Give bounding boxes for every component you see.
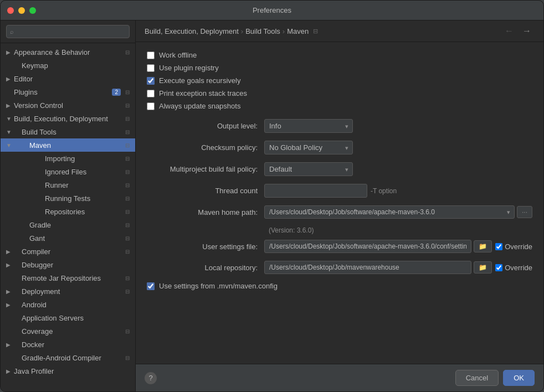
maximize-button[interactable] (29, 7, 36, 14)
sidebar-item-build-exec[interactable]: ▼ Build, Execution, Deployment ⊟ (1, 112, 135, 125)
close-button[interactable] (7, 7, 14, 14)
sidebar-item-label: Debugger (22, 261, 130, 269)
print-exception-label: Print exception stack traces (159, 89, 247, 97)
sidebar-item-appearance[interactable]: ▶ Appearance & Behavior ⊟ (1, 45, 135, 59)
sidebar-item-label: Editor (14, 75, 130, 83)
user-settings-input[interactable] (264, 240, 471, 253)
sidebar-item-version-control[interactable]: ▶ Version Control ⊟ (1, 99, 135, 112)
window-title: Preferences (253, 6, 291, 14)
sidebar-item-docker[interactable]: ▶ Docker (1, 338, 135, 351)
sidebar-item-java-profiler[interactable]: ▶ Java Profiler (1, 364, 135, 378)
sidebar-item-plugins[interactable]: Plugins 2 ⊟ (1, 85, 135, 99)
settings-icon: ⊟ (125, 195, 130, 202)
forward-button[interactable]: → (519, 25, 535, 37)
maven-home-select[interactable]: /Users/cloud/Desktop/Job/software/apache… (264, 205, 515, 219)
back-button[interactable]: ← (501, 25, 517, 37)
execute-goals-row: Execute goals recursively (147, 76, 532, 85)
sidebar-item-runner[interactable]: Runner ⊟ (1, 178, 135, 192)
sidebar-item-ignored-files[interactable]: Ignored Files ⊟ (1, 165, 135, 178)
sidebar-item-running-tests[interactable]: Running Tests ⊟ (1, 192, 135, 205)
user-settings-browse-button[interactable]: 📁 (474, 240, 492, 252)
multiproject-policy-select[interactable]: Default Fail At End Never Always (264, 162, 353, 176)
settings-icon: ⊟ (125, 49, 130, 55)
sidebar-item-gant[interactable]: Gant ⊟ (1, 231, 135, 245)
sidebar-item-deployment[interactable]: ▶ Deployment ⊟ (1, 285, 135, 298)
help-button[interactable]: ? (145, 372, 157, 384)
local-repo-browse-button[interactable]: 📁 (474, 261, 492, 274)
sidebar-item-build-tools[interactable]: ▼ Build Tools ⊟ (1, 125, 135, 138)
print-exception-checkbox[interactable] (147, 90, 155, 97)
arrow-icon: ▼ (6, 142, 14, 148)
sidebar-item-label: Runner (45, 181, 123, 189)
sidebar-item-repositories[interactable]: Repositories ⊟ (1, 205, 135, 218)
sidebar-nav: ▶ Appearance & Behavior ⊟ Keymap ▶ Edito… (1, 43, 135, 391)
sidebar-item-gradle-android[interactable]: Gradle-Android Compiler ⊟ (1, 351, 135, 364)
local-repo-input[interactable] (264, 261, 471, 274)
sidebar-item-compiler[interactable]: ▶ Compiler ⊟ (1, 245, 135, 258)
output-level-select[interactable]: Info Debug Verbose (264, 119, 353, 133)
sidebar-item-app-servers[interactable]: Application Servers (1, 311, 135, 324)
output-level-row: Output level: Info Debug Verbose (147, 119, 532, 133)
arrow-icon: ▶ (6, 102, 14, 109)
sidebar-item-label: Build Tools (22, 128, 123, 136)
local-repo-control: 📁 Override (264, 261, 532, 274)
sidebar-item-label: Android (22, 301, 130, 309)
execute-goals-checkbox[interactable] (147, 77, 155, 85)
window-controls (7, 7, 36, 14)
breadcrumb-separator: › (283, 27, 285, 35)
use-plugin-registry-checkbox[interactable] (147, 64, 155, 72)
main-content: ⌕ ▶ Appearance & Behavior ⊟ Keymap (1, 20, 543, 391)
cancel-button[interactable]: Cancel (455, 370, 499, 386)
arrow-icon: ▶ (6, 262, 14, 268)
arrow-icon: ▶ (6, 368, 14, 374)
use-plugin-registry-row: Use plugin registry (147, 64, 532, 72)
sidebar-item-maven[interactable]: ▼ Maven ⊟ (1, 138, 135, 152)
checksum-policy-select[interactable]: No Global Policy Warn Fail Ignore (264, 141, 353, 154)
sidebar-item-label: Keymap (22, 61, 130, 70)
settings-icon: ⊟ (125, 182, 130, 188)
use-settings-checkbox[interactable] (147, 282, 155, 290)
user-settings-override-checkbox[interactable] (495, 243, 502, 250)
sidebar-item-editor[interactable]: ▶ Editor (1, 72, 135, 85)
checksum-policy-select-wrapper: No Global Policy Warn Fail Ignore (264, 141, 353, 154)
ok-button[interactable]: OK (503, 370, 535, 386)
breadcrumb: Build, Execution, Deployment › Build Too… (136, 20, 543, 42)
sidebar-item-label: Java Profiler (14, 367, 130, 375)
version-text: (Version: 3.6.0) (269, 226, 532, 234)
settings-icon: ⊟ (125, 249, 130, 255)
local-repo-override-checkbox[interactable] (495, 264, 502, 271)
always-update-label: Always update snapshots (159, 102, 240, 110)
preferences-window: Preferences ⌕ ▶ Appearance & Behavior ⊟ (0, 0, 544, 392)
settings-icon: ⊟ (125, 142, 130, 148)
arrow-icon: ▶ (6, 342, 14, 348)
thread-count-input[interactable] (264, 184, 367, 198)
sidebar-item-coverage[interactable]: Coverage ⊟ (1, 324, 135, 338)
work-offline-checkbox[interactable] (147, 51, 155, 59)
local-repo-row: Local repository: 📁 Override (147, 261, 532, 274)
execute-goals-label: Execute goals recursively (159, 76, 240, 85)
always-update-checkbox[interactable] (147, 102, 155, 110)
arrow-icon: ▶ (6, 249, 14, 255)
always-update-row: Always update snapshots (147, 102, 532, 110)
sidebar-item-label: Gradle-Android Compiler (22, 354, 123, 362)
thread-count-row: Thread count -T option (147, 184, 532, 198)
titlebar: Preferences (1, 1, 543, 20)
sidebar-item-label: Repositories (45, 208, 123, 216)
user-settings-label: User settings file: (147, 243, 258, 251)
breadcrumb-edit-icon: ⊟ (313, 28, 318, 35)
arrow-icon: ▶ (6, 49, 14, 55)
search-input[interactable] (6, 25, 130, 38)
sidebar-item-label: Gant (29, 234, 123, 243)
sidebar-item-gradle[interactable]: Gradle ⊟ (1, 218, 135, 231)
maven-home-browse-button[interactable]: ··· (517, 206, 532, 218)
minimize-button[interactable] (18, 7, 25, 14)
sidebar-item-importing[interactable]: Importing ⊟ (1, 152, 135, 165)
sidebar-item-android[interactable]: ▶ Android (1, 298, 135, 311)
search-wrapper: ⌕ (6, 25, 130, 38)
sidebar-item-label: Compiler (22, 247, 123, 256)
sidebar-item-debugger[interactable]: ▶ Debugger (1, 258, 135, 271)
sidebar-item-keymap[interactable]: Keymap (1, 59, 135, 72)
sidebar-item-remote-jar[interactable]: Remote Jar Repositories ⊟ (1, 271, 135, 285)
multiproject-policy-select-wrapper: Default Fail At End Never Always (264, 162, 353, 176)
checksum-policy-row: Checksum policy: No Global Policy Warn F… (147, 141, 532, 154)
